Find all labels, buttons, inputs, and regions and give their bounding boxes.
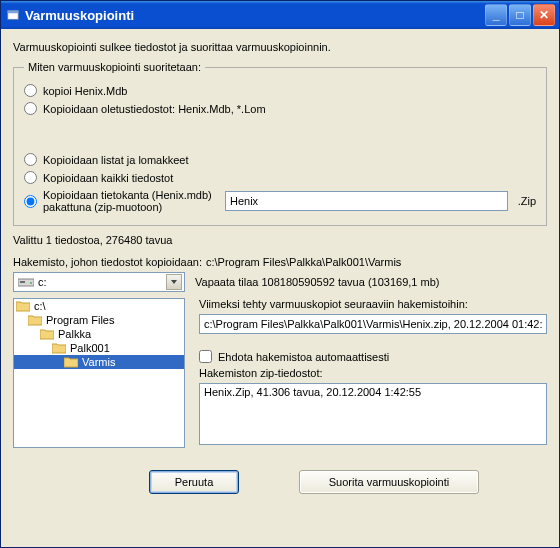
list-item[interactable]: Henix.Zip, 41.306 tavua, 20.12.2004 1:42… [204, 386, 542, 398]
recent-backups-field[interactable] [199, 314, 547, 334]
recent-backups-label: Viimeksi tehty varmuuskopiot seuraaviin … [199, 298, 547, 310]
svg-point-4 [30, 282, 32, 284]
radio-copy-all-label: Kopioidaan kaikki tiedostot [43, 172, 173, 184]
drive-label: c: [38, 276, 166, 288]
tree-item-palkka[interactable]: Palkka [14, 327, 184, 341]
maximize-button[interactable]: □ [509, 4, 531, 26]
radio-copy-all[interactable] [24, 171, 37, 184]
tree-item-varmis[interactable]: Varmis [14, 355, 184, 369]
folder-open-icon [28, 314, 42, 326]
drive-icon [18, 276, 34, 288]
backup-mode-group: Miten varmuuskopiointi suoritetaan: kopi… [13, 61, 547, 226]
ziplist-label: Hakemiston zip-tiedostot: [199, 367, 547, 379]
zip-name-input[interactable] [225, 191, 508, 211]
radio-copy-henix[interactable] [24, 84, 37, 97]
minimize-button[interactable]: _ [485, 4, 507, 26]
folder-tree[interactable]: c:\ Program Files Palkka Palk001 Varmis [13, 298, 185, 448]
radio-copy-defaults-label: Kopioidaan oletustiedostot: Henix.Mdb, *… [43, 103, 266, 115]
group-legend: Miten varmuuskopiointi suoritetaan: [24, 61, 205, 73]
svg-rect-1 [8, 11, 19, 14]
free-space-text: Vapaata tilaa 108180590592 tavua (103169… [195, 276, 439, 288]
backup-window: Varmuuskopiointi _ □ ✕ Varmuuskopiointi … [0, 0, 560, 548]
target-dir-label: Hakemisto, johon tiedostot kopioidaan: [13, 256, 202, 268]
radio-copy-lists-label: Kopioidaan listat ja lomakkeet [43, 154, 189, 166]
folder-open-icon [16, 300, 30, 312]
radio-copy-zip-label: Kopioidaan tietokanta (Henix.mdb) pakatt… [43, 189, 219, 213]
tree-item-root[interactable]: c:\ [14, 299, 184, 313]
radio-copy-lists[interactable] [24, 153, 37, 166]
window-title: Varmuuskopiointi [25, 8, 485, 23]
chevron-down-icon [166, 274, 182, 290]
target-dir-path: c:\Program Files\Palkka\Palk001\Varmis [206, 256, 401, 268]
zip-suffix-label: .Zip [518, 195, 536, 207]
tree-item-program-files[interactable]: Program Files [14, 313, 184, 327]
folder-open-icon [40, 328, 54, 340]
radio-copy-zip[interactable] [24, 195, 37, 208]
folder-open-icon [64, 356, 78, 368]
titlebar[interactable]: Varmuuskopiointi _ □ ✕ [1, 1, 559, 29]
cancel-button[interactable]: Peruuta [149, 470, 239, 494]
selection-summary: Valittu 1 tiedostoa, 276480 tavua [13, 234, 547, 246]
radio-copy-henix-label: kopioi Henix.Mdb [43, 85, 127, 97]
tree-item-palk001[interactable]: Palk001 [14, 341, 184, 355]
zip-files-list[interactable]: Henix.Zip, 41.306 tavua, 20.12.2004 1:42… [199, 383, 547, 445]
radio-copy-defaults[interactable] [24, 102, 37, 115]
drive-select[interactable]: c: [13, 272, 185, 292]
svg-rect-3 [20, 281, 25, 283]
description-text: Varmuuskopiointi sulkee tiedostot ja suo… [13, 41, 547, 53]
close-button[interactable]: ✕ [533, 4, 555, 26]
auto-suggest-checkbox[interactable] [199, 350, 212, 363]
auto-suggest-label: Ehdota hakemistoa automaattisesti [218, 351, 389, 363]
folder-open-icon [52, 342, 66, 354]
run-backup-button[interactable]: Suorita varmuuskopiointi [299, 470, 479, 494]
app-icon [5, 7, 21, 23]
